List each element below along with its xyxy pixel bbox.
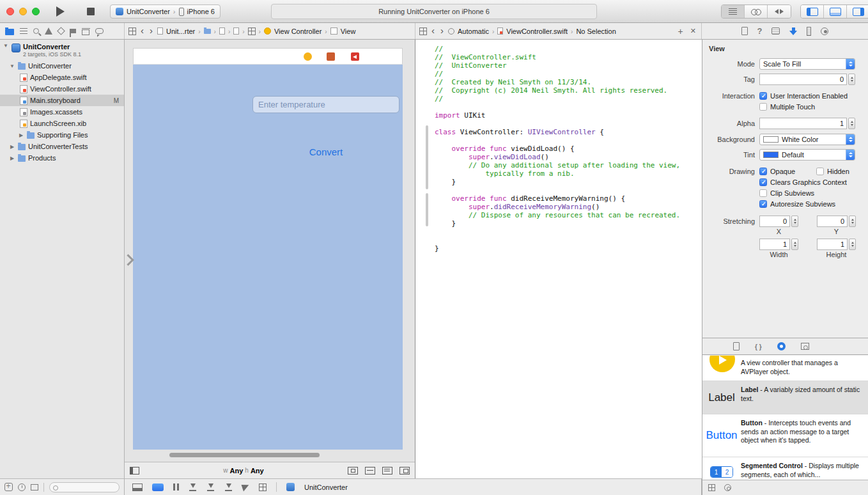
pin-constraints-icon[interactable]	[365, 467, 375, 475]
first-responder-icon[interactable]	[327, 52, 335, 61]
code-snippet-library-icon[interactable]	[755, 343, 762, 350]
scheme-selector[interactable]: UnitConverter iPhone 6	[110, 4, 221, 19]
close-assistant-editor-button[interactable]	[690, 27, 696, 35]
breadcrumb-doc-icon[interactable]	[233, 28, 239, 35]
filter-field[interactable]	[49, 482, 120, 492]
library-view-mode-icon[interactable]	[708, 484, 715, 491]
standard-editor-button[interactable]	[722, 5, 745, 18]
hide-debug-area-icon[interactable]	[132, 483, 143, 491]
stretch-y-field[interactable]: 0	[817, 216, 848, 227]
stretch-width-stepper[interactable]	[791, 239, 798, 250]
alpha-field[interactable]: 1	[759, 118, 847, 129]
toggle-navigator-button[interactable]	[801, 5, 824, 18]
tree-item[interactable]: Main.storyboardM	[0, 95, 124, 106]
view-controller-icon[interactable]	[304, 52, 312, 61]
stack-embed-icon[interactable]	[348, 467, 358, 475]
library-item-avplayer[interactable]: A view controller that manages a AVPlaye…	[702, 356, 868, 381]
code-lines[interactable]: //// ViewController.swift// UnitConverte…	[435, 45, 680, 253]
library-item-label[interactable]: Label Label - A variably sized amount of…	[702, 381, 868, 414]
tree-item[interactable]: AppDelegate.swift	[0, 72, 124, 83]
object-library-icon[interactable]	[777, 342, 786, 350]
disclosure-triangle[interactable]	[9, 63, 15, 69]
tree-item[interactable]: Supporting Files	[0, 129, 124, 141]
breadcrumb-file[interactable]: Unit...rter	[166, 28, 195, 35]
attributes-inspector-icon[interactable]	[789, 28, 797, 35]
connections-inspector-icon[interactable]	[821, 28, 828, 35]
back-button[interactable]	[139, 28, 145, 35]
report-navigator-icon[interactable]	[95, 28, 104, 34]
document-outline-toggle[interactable]	[130, 467, 139, 475]
library-item-button[interactable]: Button Button - Intercepts touch events …	[702, 414, 868, 457]
autoresize-subviews-checkbox[interactable]	[759, 200, 767, 208]
run-button[interactable]	[56, 6, 65, 17]
size-inspector-icon[interactable]	[807, 27, 811, 36]
tree-item[interactable]: ViewController.swift	[0, 83, 124, 95]
forward-button[interactable]	[148, 28, 154, 35]
minimize-window-button[interactable]	[19, 8, 27, 15]
clears-graphics-checkbox[interactable]	[759, 178, 767, 186]
search-navigator-icon[interactable]	[33, 28, 39, 34]
tag-stepper[interactable]	[848, 74, 855, 85]
step-into-icon[interactable]	[206, 483, 215, 491]
running-process-name[interactable]: UnitConverter	[304, 483, 348, 491]
storyboard-view[interactable]: Enter temperature Convert	[133, 65, 403, 450]
view-controller-header[interactable]	[133, 48, 403, 65]
identity-inspector-icon[interactable]	[771, 28, 780, 35]
stretch-y-stepper[interactable]	[849, 216, 856, 227]
project-navigator-icon[interactable]	[5, 29, 14, 35]
library-item-segmented-control[interactable]: 1 2 Segmented Control - Displays multipl…	[702, 457, 868, 480]
exit-segue-icon[interactable]	[351, 52, 359, 61]
tag-field[interactable]: 0	[759, 74, 847, 85]
related-items-icon[interactable]	[128, 28, 136, 35]
stretch-x-stepper[interactable]	[791, 216, 798, 227]
breadcrumb-view-controller[interactable]: View Controller	[274, 28, 322, 35]
breadcrumb-folder-icon[interactable]	[204, 29, 211, 34]
toggle-utilities-button[interactable]	[847, 5, 868, 18]
interface-builder-canvas[interactable]: Enter temperature Convert w Any h Any	[125, 40, 415, 478]
recent-files-icon[interactable]	[18, 483, 26, 491]
disclosure-triangle[interactable]	[3, 43, 9, 49]
related-items-icon[interactable]	[419, 28, 427, 35]
source-editor[interactable]: //// ViewController.swift// UnitConverte…	[415, 40, 702, 478]
breadcrumb-counterpart[interactable]: Automatic	[458, 28, 489, 35]
zoom-window-button[interactable]	[32, 8, 40, 15]
forward-button[interactable]	[439, 28, 445, 35]
background-color-popup[interactable]: White Color	[759, 134, 855, 145]
tree-item[interactable]: UnitConverterTests	[0, 141, 124, 152]
tint-color-popup[interactable]: Default	[759, 149, 855, 161]
version-editor-button[interactable]	[768, 5, 791, 18]
add-button[interactable]	[4, 483, 13, 491]
breadcrumb-selection[interactable]: No Selection	[576, 28, 616, 35]
opaque-checkbox[interactable]	[759, 168, 767, 175]
alpha-stepper[interactable]	[848, 118, 855, 129]
debug-view-hierarchy-icon[interactable]	[259, 483, 267, 491]
size-class-control[interactable]: w Any h Any	[223, 467, 263, 475]
breadcrumb-file[interactable]: ViewController.swift	[506, 28, 568, 35]
user-interaction-checkbox[interactable]	[759, 92, 767, 100]
file-template-library-icon[interactable]	[733, 342, 740, 350]
add-assistant-editor-button[interactable]	[678, 26, 683, 36]
close-window-button[interactable]	[6, 8, 14, 15]
clip-subviews-checkbox[interactable]	[759, 189, 767, 197]
test-navigator-icon[interactable]	[57, 27, 65, 35]
mode-popup[interactable]: Scale To Fill	[759, 58, 855, 70]
stop-button[interactable]	[87, 8, 95, 15]
step-out-icon[interactable]	[224, 483, 233, 491]
temperature-text-field[interactable]: Enter temperature	[252, 96, 399, 113]
horizontal-scrollbar[interactable]	[169, 453, 320, 457]
library-search-icon[interactable]	[724, 484, 731, 491]
tree-item[interactable]: LaunchScreen.xib	[0, 118, 124, 129]
issue-navigator-icon[interactable]	[45, 28, 52, 35]
multiple-touch-checkbox[interactable]	[759, 103, 767, 111]
simulate-location-icon[interactable]	[242, 483, 251, 492]
stretch-height-field[interactable]: 1	[817, 239, 848, 250]
resolve-layout-icon[interactable]	[399, 467, 410, 475]
stretch-width-field[interactable]: 1	[759, 239, 790, 250]
stretch-height-stepper[interactable]	[849, 239, 856, 250]
scm-status-icon[interactable]	[31, 484, 38, 491]
back-button[interactable]	[430, 28, 436, 35]
symbol-navigator-icon[interactable]	[20, 28, 27, 35]
disclosure-triangle[interactable]	[9, 155, 15, 161]
tree-item[interactable]: Images.xcassets	[0, 106, 124, 118]
media-library-icon[interactable]	[801, 343, 809, 350]
